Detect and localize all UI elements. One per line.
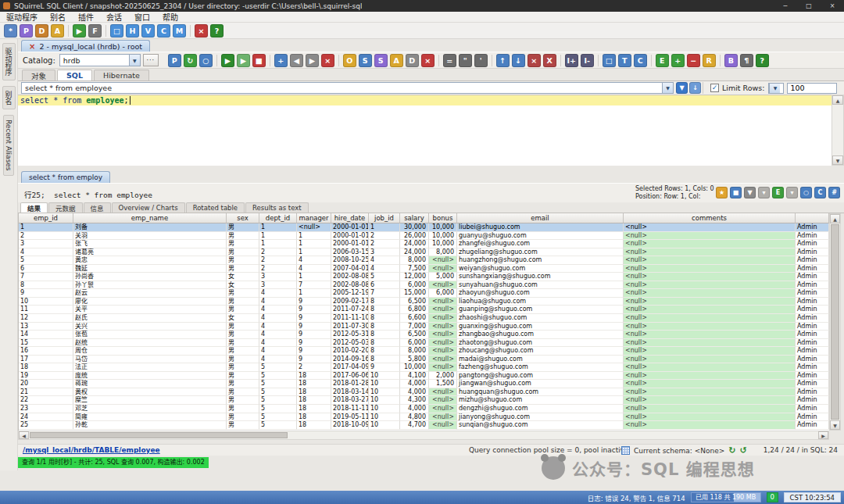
- cell[interactable]: 23: [19, 405, 73, 413]
- scroll-down-icon[interactable]: [832, 155, 843, 165]
- cell[interactable]: <null>: [624, 240, 796, 248]
- scroll-left-icon[interactable]: [19, 431, 29, 439]
- cell[interactable]: 9: [297, 298, 331, 306]
- cell[interactable]: 10: [369, 380, 400, 388]
- cell[interactable]: zhugeliang@shuguo.com: [457, 248, 624, 257]
- menu-item-5[interactable]: 窗口: [128, 11, 156, 23]
- cell[interactable]: huangzhong@shuguo.com: [457, 256, 624, 265]
- col-header-salary[interactable]: salary: [400, 213, 429, 223]
- cell[interactable]: 1: [369, 223, 400, 232]
- cell[interactable]: 2: [19, 232, 73, 241]
- table-row[interactable]: 23邓芝男5182018-11-11104,000<null>dengzhi@s…: [19, 405, 829, 413]
- cell[interactable]: 5: [369, 273, 400, 281]
- cell[interactable]: liubei@shuguo.com: [457, 223, 624, 232]
- keep-result-icon[interactable]: ★: [716, 187, 728, 198]
- close-sql-tab-icon[interactable]: ×: [321, 54, 334, 67]
- cell[interactable]: 6,600: [400, 314, 429, 323]
- sql-help-icon[interactable]: ?: [756, 54, 769, 67]
- col-header-comments[interactable]: comments: [624, 213, 796, 223]
- table-horizontal-scrollbar[interactable]: [18, 431, 829, 440]
- cell[interactable]: 7: [297, 281, 331, 290]
- cell[interactable]: <null>: [624, 347, 796, 356]
- cell[interactable]: 男: [227, 306, 259, 314]
- session-tab[interactable]: 2 - mysql_local (hrdb) - root: [21, 40, 150, 52]
- table-row[interactable]: 21黄权男5182018-03-14104,000<null>huangquan…: [19, 388, 829, 397]
- edit-result-mode-icon[interactable]: E: [772, 187, 784, 198]
- cell[interactable]: 2,000: [429, 372, 457, 381]
- cell[interactable]: <null>: [429, 331, 457, 339]
- cell[interactable]: <null>: [624, 396, 796, 405]
- cell[interactable]: 马岱: [73, 356, 227, 364]
- reload-schema-icon[interactable]: [740, 445, 747, 456]
- cell[interactable]: jianyong@shuguo.com: [457, 413, 624, 422]
- cell[interactable]: 7: [369, 289, 400, 298]
- cell[interactable]: 周仓: [73, 347, 227, 356]
- cell[interactable]: 8: [369, 339, 400, 348]
- table-row[interactable]: 3张飞男112000-01-01224,00010,000zhangfei@sh…: [19, 240, 829, 248]
- cell[interactable]: Admin: [796, 281, 829, 290]
- cell[interactable]: 魏延: [73, 265, 227, 273]
- scrollbar-thumb[interactable]: [30, 432, 288, 438]
- cell[interactable]: 女: [227, 281, 259, 290]
- cell[interactable]: 10,000: [429, 223, 457, 232]
- delete-row-icon[interactable]: −: [687, 54, 700, 67]
- table-row[interactable]: 19庞统男5182017-06-06104,1002,000pangtong@s…: [19, 372, 829, 381]
- close-session-icon[interactable]: [29, 42, 35, 51]
- cell[interactable]: 10,000: [429, 240, 457, 248]
- table-row[interactable]: 9赵云男412005-12-19715,0006,000zhaoyun@shug…: [19, 289, 829, 298]
- cell[interactable]: zhangbao@shuguo.com: [457, 331, 624, 339]
- cell[interactable]: 8: [369, 347, 400, 356]
- cell[interactable]: 8,000: [429, 248, 457, 257]
- cell[interactable]: 庞统: [73, 372, 227, 381]
- cell[interactable]: Admin: [796, 289, 829, 298]
- cell[interactable]: 1: [297, 289, 331, 298]
- cell[interactable]: sunqian@shuguo.com: [457, 421, 624, 430]
- sql-scroll-down-icon[interactable]: ↓: [689, 82, 701, 94]
- cell[interactable]: huangquan@shuguo.com: [457, 388, 624, 397]
- cell[interactable]: <null>: [624, 223, 796, 232]
- cell[interactable]: 2018-10-09: [331, 421, 369, 430]
- cell[interactable]: <null>: [624, 232, 796, 241]
- col-header-sex[interactable]: sex: [227, 213, 259, 223]
- edit-menu-icon[interactable]: ▾: [786, 187, 798, 198]
- cell[interactable]: 孙丫鬟: [73, 281, 227, 290]
- font-increase-icon[interactable]: I+: [565, 54, 578, 67]
- cell[interactable]: 4: [259, 339, 297, 348]
- cell[interactable]: 5: [259, 380, 297, 388]
- cell[interactable]: Admin: [796, 388, 829, 397]
- cell[interactable]: 男: [227, 405, 259, 413]
- col-header-extra[interactable]: [796, 213, 829, 223]
- cell[interactable]: 2000-01-01: [331, 223, 369, 232]
- cell[interactable]: 18: [297, 380, 331, 388]
- cell[interactable]: 简雍: [73, 413, 227, 422]
- cell[interactable]: 18: [297, 413, 331, 422]
- cell[interactable]: 3: [19, 240, 73, 248]
- cell[interactable]: mizhu@shuguo.com: [457, 396, 624, 405]
- cell[interactable]: 4: [259, 298, 297, 306]
- result-in-frame-icon[interactable]: □: [603, 54, 616, 67]
- cell[interactable]: 邓芝: [73, 405, 227, 413]
- cell[interactable]: 男: [227, 298, 259, 306]
- cell[interactable]: 张苞: [73, 331, 227, 339]
- col-header-manager[interactable]: manager: [297, 213, 331, 223]
- cell[interactable]: 4,000: [400, 380, 429, 388]
- cell[interactable]: 刘备: [73, 223, 227, 232]
- quote-sql-icon[interactable]: ": [459, 54, 472, 67]
- cell[interactable]: <null>: [624, 289, 796, 298]
- open-file-icon[interactable]: O: [343, 54, 356, 67]
- cell[interactable]: <null>: [429, 314, 457, 323]
- cell[interactable]: 15: [19, 339, 73, 348]
- object-path-link[interactable]: /mysql_local/hrdb/TABLE/employee: [23, 446, 160, 454]
- cell[interactable]: 8: [369, 314, 400, 323]
- log-counts-text[interactable]: 日志: 错误 24, 警告 1, 信息 714: [588, 493, 685, 502]
- filter-result-icon[interactable]: ▼: [744, 187, 756, 198]
- cell[interactable]: 11: [19, 306, 73, 314]
- cell[interactable]: 5: [259, 372, 297, 381]
- cell[interactable]: <null>: [297, 223, 331, 232]
- session-properties-icon[interactable]: P: [168, 54, 181, 67]
- table-row[interactable]: 18法正男522017-04-09910,000<null>fazheng@sh…: [19, 363, 829, 372]
- cell[interactable]: <null>: [429, 306, 457, 314]
- sql-editor[interactable]: select * from employee;: [18, 95, 831, 166]
- cell[interactable]: <null>: [429, 339, 457, 348]
- cell[interactable]: 24: [19, 413, 73, 422]
